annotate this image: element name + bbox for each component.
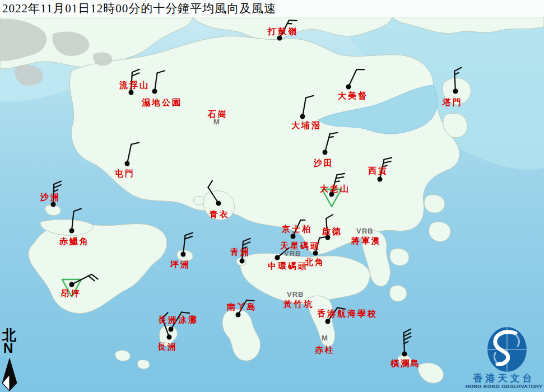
station-label: 大美督 <box>338 91 368 101</box>
hko-logo-english: HONG KONG OBSERVATORY <box>464 383 544 389</box>
land-ma-wan <box>194 196 204 205</box>
station-dot <box>275 255 280 260</box>
station-label: 濕地公園 <box>142 97 182 108</box>
land-sk-island-1 <box>424 195 445 213</box>
station-label: 塔門 <box>443 97 463 108</box>
station-dot <box>125 161 130 166</box>
station-label: 沙田 <box>314 158 334 169</box>
station-dot <box>326 319 331 324</box>
station-dot <box>167 335 172 340</box>
station-label: 大埔滘 <box>291 120 322 131</box>
station-dot <box>69 282 75 287</box>
title-bar: 2022年11月01日12時00分的十分鐘平均風向及風速 <box>0 0 544 17</box>
station-dot <box>181 252 186 257</box>
station-dot <box>323 150 328 155</box>
station-dot <box>453 89 458 94</box>
station-dot <box>240 259 245 264</box>
station-label: 赤鱲角 <box>59 236 90 247</box>
station-label: 屯門 <box>115 169 135 179</box>
variable-wind-marker: VRB <box>284 249 301 258</box>
station-label: 南丫島 <box>227 302 257 312</box>
wind-map-screen: 2022年11月01日12時00分的十分鐘平均風向及風速 打鼓嶺流浮山濕地公園大… <box>0 0 544 392</box>
station-label: 赤柱 <box>315 345 335 356</box>
variable-wind-marker: VRB <box>287 290 304 298</box>
station-label: 長洲泳灘 <box>158 315 198 325</box>
land-soko-2 <box>137 360 150 369</box>
compass: 北 N <box>0 326 22 392</box>
land-soko-1 <box>115 351 131 361</box>
station-dot <box>300 114 305 119</box>
station-label: 中環碼頭 <box>268 261 308 272</box>
station-label: 青衣 <box>210 209 230 220</box>
map-title: 2022年11月01日12時00分的十分鐘平均風向及風速 <box>2 1 276 16</box>
station-label: 長洲 <box>157 342 178 352</box>
station-label: 將軍澳 <box>351 236 382 246</box>
station-dot <box>236 312 241 318</box>
station-label: 沙洲 <box>40 192 61 203</box>
station-dot <box>346 85 351 90</box>
compass-north-letter: N <box>3 340 13 356</box>
station-label: 流浮山 <box>119 80 150 91</box>
station-dot <box>216 201 221 206</box>
land-sk-island-2 <box>429 222 450 242</box>
station-dot <box>152 89 157 94</box>
missing-data-marker: M <box>213 118 220 126</box>
station-label: 香港航海學校 <box>317 309 378 319</box>
station-label: 大老山 <box>320 184 350 194</box>
station-dot <box>402 352 407 357</box>
station-label: 橫瀾島 <box>390 358 421 369</box>
station-label: 坪洲 <box>170 259 190 270</box>
station-label: 昂坪 <box>61 288 81 299</box>
station-dot <box>378 177 383 182</box>
hko-logo: 香港天文台 HONG KONG OBSERVATORY <box>464 327 544 392</box>
missing-data-marker: M <box>322 334 328 342</box>
station-dot <box>69 228 75 234</box>
station-label: 京士柏 <box>282 224 312 235</box>
variable-wind-marker: VRB <box>356 227 373 235</box>
station-label: 西貢 <box>368 166 388 176</box>
station-label: 黃竹坑 <box>283 299 314 310</box>
station-label: 打鼓嶺 <box>268 26 298 37</box>
land-sk-island-3 <box>390 249 409 266</box>
station-label: 啟德 <box>322 226 342 237</box>
station-dot <box>169 327 174 332</box>
land-tung-lung <box>389 286 407 302</box>
station-label: 青洲 <box>230 247 250 258</box>
map-canvas <box>0 0 544 392</box>
